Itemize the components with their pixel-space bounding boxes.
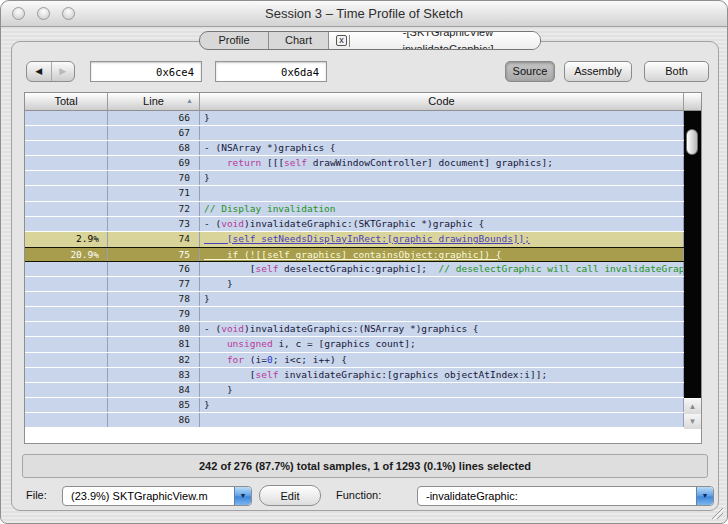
- code-cell: [200, 126, 684, 140]
- function-popup[interactable]: -invalidateGraphic: ▼: [417, 486, 714, 506]
- code-segment-kw: self: [284, 157, 307, 168]
- source-button[interactable]: Source: [505, 61, 555, 82]
- forward-button[interactable]: ▶: [51, 62, 75, 81]
- code-cell: for (i=0; i<c; i++) {: [200, 353, 684, 367]
- code-segment-plain: deselectGraphic:graphic];: [278, 263, 438, 274]
- total-cell: [25, 307, 108, 321]
- code-table: Total Line▲ Code ▲ ▼ 66}6768- (NSArray *…: [24, 92, 702, 444]
- column-header-line[interactable]: Line▲: [108, 93, 200, 111]
- column-header-code[interactable]: Code: [200, 93, 684, 111]
- line-number-cell: 74: [108, 232, 200, 247]
- table-row[interactable]: 82 for (i=0; i<c; i++) {: [25, 353, 701, 368]
- file-popup[interactable]: (23.9%) SKTGraphicView.m ▼: [62, 486, 252, 506]
- close-tab-icon[interactable]: x: [336, 35, 347, 46]
- resize-grip[interactable]: [709, 505, 724, 520]
- function-popup-value: -invalidateGraphic:: [426, 490, 518, 502]
- code-segment-plain: }: [204, 384, 233, 395]
- minimize-window-icon[interactable]: [37, 7, 50, 20]
- address-end-field[interactable]: [215, 61, 327, 82]
- titlebar[interactable]: Session 3 – Time Profile of Sketch: [1, 1, 727, 27]
- scroll-up-arrow-icon[interactable]: ▲: [684, 399, 701, 414]
- line-number-cell: 85: [108, 398, 200, 412]
- table-row[interactable]: 69 return [[[self drawWindowController] …: [25, 156, 701, 171]
- code-cell: }: [200, 398, 684, 412]
- table-row[interactable]: 83 [self invalidateGraphic:[graphics obj…: [25, 368, 701, 383]
- table-row[interactable]: 71: [25, 186, 701, 201]
- code-segment-kw: void: [221, 323, 244, 334]
- assembly-button[interactable]: Assembly: [564, 61, 632, 82]
- column-header-total[interactable]: Total: [25, 93, 108, 111]
- zoom-window-icon[interactable]: [62, 7, 75, 20]
- total-cell: [25, 413, 108, 427]
- tab-profile[interactable]: Profile: [200, 32, 269, 49]
- code-cell: }: [200, 383, 684, 397]
- scroll-down-arrow-icon[interactable]: ▼: [684, 414, 701, 429]
- scrollbar[interactable]: ▲ ▼: [684, 111, 701, 443]
- line-number-cell: 86: [108, 413, 200, 427]
- code-segment-linksel: if (![[self graphics] containsObject:gra…: [204, 249, 501, 260]
- table-row[interactable]: 67: [25, 126, 701, 141]
- code-segment-plain: [: [204, 263, 255, 274]
- table-row[interactable]: 79: [25, 307, 701, 322]
- scrollbar-track[interactable]: [684, 111, 701, 398]
- line-number-cell: 79: [108, 307, 200, 321]
- total-cell: [25, 126, 108, 140]
- table-row[interactable]: 20.9%75 if (![[self graphics] containsOb…: [25, 247, 701, 262]
- popup-arrow-icon: ▼: [696, 487, 713, 505]
- table-row[interactable]: 80- (void)invalidateGraphics:(NSArray *)…: [25, 322, 701, 337]
- code-cell: [self deselectGraphic:graphic]; // desel…: [200, 262, 684, 276]
- code-segment-comment: // deselectGraphic will call invalidateG…: [439, 263, 684, 274]
- window: Session 3 – Time Profile of Sketch Profi…: [0, 0, 728, 524]
- window-title: Session 3 – Time Profile of Sketch: [1, 1, 727, 27]
- code-segment-plain: }: [204, 112, 210, 123]
- total-cell: [25, 202, 108, 216]
- back-button[interactable]: ◀: [27, 62, 51, 81]
- line-number-cell: 73: [108, 217, 200, 231]
- table-row[interactable]: 85}: [25, 398, 701, 413]
- status-bar: 242 of 276 (87.7%) total samples, 1 of 1…: [22, 454, 708, 478]
- edit-button[interactable]: Edit: [259, 485, 321, 506]
- code-cell: }: [200, 277, 684, 291]
- line-number-cell: 82: [108, 353, 200, 367]
- table-row[interactable]: 2.9%74 [self setNeedsDisplayInRect:[grap…: [25, 232, 701, 247]
- both-button[interactable]: Both: [644, 61, 709, 82]
- code-cell: }: [200, 292, 684, 306]
- table-row[interactable]: 86: [25, 413, 701, 428]
- table-row[interactable]: 70}: [25, 171, 701, 186]
- code-segment-kw: self: [255, 263, 278, 274]
- total-cell: [25, 111, 108, 125]
- code-segment-plain: [204, 354, 227, 365]
- code-segment-plain: (i=: [244, 354, 267, 365]
- code-segment-plain: - (: [204, 323, 221, 334]
- table-row[interactable]: 68- (NSArray *)graphics {: [25, 141, 701, 156]
- code-cell: if (![[self graphics] containsObject:gra…: [200, 248, 684, 261]
- popup-arrow-icon: ▼: [234, 487, 251, 505]
- code-segment-plain: }: [204, 278, 233, 289]
- table-row[interactable]: 84 }: [25, 383, 701, 398]
- total-cell: 2.9%: [25, 232, 108, 247]
- code-segment-plain: [204, 338, 227, 349]
- close-window-icon[interactable]: [12, 7, 25, 20]
- code-segment-kw: return: [227, 157, 261, 168]
- view-tabs: Profile Chart x -[SKTGraphicView invalid…: [199, 31, 541, 50]
- table-row[interactable]: 77 }: [25, 277, 701, 292]
- table-row[interactable]: 72// Display invalidation: [25, 202, 701, 217]
- forward-arrow-icon: ▶: [59, 66, 66, 76]
- tab-function[interactable]: x -[SKTGraphicView invalidateGraphic:]: [329, 32, 540, 49]
- code-segment-plain: invalidateGraphic:[graphics objectAtInde…: [278, 369, 547, 380]
- line-number-cell: 84: [108, 383, 200, 397]
- history-nav: ◀ ▶: [26, 61, 75, 82]
- tab-chart[interactable]: Chart: [269, 32, 329, 49]
- table-row[interactable]: 73- (void)invalidateGraphic:(SKTGraphic …: [25, 217, 701, 232]
- code-segment-plain: )invalidateGraphics:(NSArray *)graphics …: [244, 323, 479, 334]
- total-cell: [25, 292, 108, 306]
- code-cell: [200, 413, 684, 427]
- line-number-cell: 72: [108, 202, 200, 216]
- table-row[interactable]: 81 unsigned i, c = [graphics count];: [25, 337, 701, 352]
- code-segment-plain: )invalidateGraphic:(SKTGraphic *)graphic…: [244, 218, 484, 229]
- address-start-field[interactable]: [90, 61, 202, 82]
- scrollbar-thumb[interactable]: [686, 129, 698, 155]
- table-row[interactable]: 66}: [25, 111, 701, 126]
- table-row[interactable]: 76 [self deselectGraphic:graphic]; // de…: [25, 262, 701, 277]
- table-row[interactable]: 78}: [25, 292, 701, 307]
